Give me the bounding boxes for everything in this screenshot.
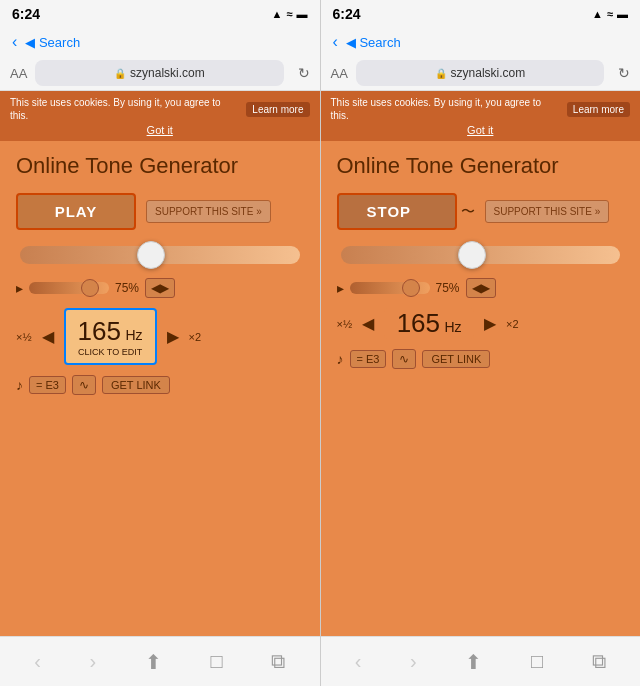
battery-icon: ▬ [297,8,308,20]
wave-btn-left[interactable]: ∿ [72,375,96,395]
url-text-left: szynalski.com [130,66,205,80]
search-label-right[interactable]: ◀ Search [346,35,401,50]
forward-nav-btn-left[interactable]: › [80,644,107,679]
get-link-btn-right[interactable]: GET LINK [422,350,490,368]
url-bar-left[interactable]: 🔒 szynalski.com [35,60,283,86]
stop-wave-icon: 〜 [461,203,475,221]
lock-icon-left: 🔒 [114,68,126,79]
half-label-right: ×½ [337,318,353,330]
tabs-btn-left[interactable]: ⧉ [261,644,295,679]
cookie-text-right: This site uses cookies. By using it, you… [331,96,561,122]
bookmarks-btn-left[interactable]: □ [200,644,232,679]
stop-button[interactable]: STOP [337,193,457,230]
vol-low-icon-left: ▸ [16,280,23,296]
got-it-btn-right[interactable]: Got it [331,124,631,136]
back-icon[interactable]: ‹ [12,33,17,51]
got-it-btn-left[interactable]: Got it [10,124,310,136]
back-icon-right[interactable]: ‹ [333,33,338,51]
freq-up-btn-left[interactable]: ▶ [165,325,181,348]
status-icons-right: ▲ ≈ ▬ [592,8,628,20]
cookie-banner-left: This site uses cookies. By using it, you… [0,91,320,141]
freq-value-right: 165 [397,308,440,338]
tabs-btn-right[interactable]: ⧉ [582,644,616,679]
back-nav-btn-right[interactable]: ‹ [345,644,372,679]
reload-icon-right[interactable]: ↻ [618,65,630,81]
learn-more-btn-right[interactable]: Learn more [567,102,630,117]
x2-label-left: ×2 [189,331,202,343]
status-bar-left: 6:24 ▲ ≈ ▬ [0,0,320,28]
play-button[interactable]: PLAY [16,193,136,230]
wifi-icon: ≈ [286,8,292,20]
aa-label-left[interactable]: AA [10,66,27,81]
right-panel: 6:24 ▲ ≈ ▬ ‹ ◀ Search AA 🔒 szynalski.com… [321,0,641,686]
vol-thumb-left [81,279,99,297]
note-row-right: ♪ = E3 ∿ GET LINK [337,349,625,369]
status-icons-left: ▲ ≈ ▬ [272,8,308,20]
support-btn-right[interactable]: SUPPORT THIS SITE » [485,200,610,223]
forward-nav-btn-right[interactable]: › [400,644,427,679]
url-text-right: szynalski.com [451,66,526,80]
freq-display-left[interactable]: 165 Hz CLICK TO EDIT [64,308,157,365]
bookmarks-btn-right[interactable]: □ [521,644,553,679]
cookie-content-right: This site uses cookies. By using it, you… [331,96,631,136]
click-to-edit-label: CLICK TO EDIT [78,347,143,357]
note-row-left: ♪ = E3 ∿ GET LINK [16,375,304,395]
freq-unit-left: Hz [125,327,142,343]
battery-icon-right: ▬ [617,8,628,20]
browser-address-right: AA 🔒 szynalski.com ↻ [321,56,641,90]
vol-slider-right[interactable] [350,282,430,294]
time-right: 6:24 [333,6,361,22]
freq-slider-right[interactable] [337,246,625,264]
search-label-left[interactable]: ◀ Search [25,35,80,50]
learn-more-btn-left[interactable]: Learn more [246,102,309,117]
cookie-text-left: This site uses cookies. By using it, you… [10,96,240,122]
note-icon-right: ♪ [337,351,344,367]
freq-down-btn-left[interactable]: ◀ [40,325,56,348]
vol-pct-left: 75% [115,281,139,295]
browser-chrome-right: ‹ ◀ Search AA 🔒 szynalski.com ↻ [321,28,641,91]
aa-label-right[interactable]: AA [331,66,348,81]
slider-track-left [20,246,300,264]
freq-unit-right: Hz [444,319,461,335]
get-link-btn-left[interactable]: GET LINK [102,376,170,394]
freq-display-right[interactable]: 165 Hz [384,308,474,339]
left-panel: 6:24 ▲ ≈ ▬ ‹ ◀ Search AA 🔒 szynalski.com… [0,0,320,686]
vol-low-icon-right: ▸ [337,280,344,296]
note-select-right[interactable]: = E3 [350,350,387,368]
volume-row-left: ▸ 75% ◀▶ [16,278,304,298]
wave-btn-right[interactable]: ∿ [392,349,416,369]
bottom-nav-left: ‹ › ⬆ □ ⧉ [0,636,320,686]
half-label-left: ×½ [16,331,32,343]
speaker-btn-left[interactable]: ◀▶ [145,278,175,298]
freq-slider-left[interactable] [16,246,304,264]
page-title-right: Online Tone Generator [337,153,625,179]
support-btn-left[interactable]: SUPPORT THIS SITE » [146,200,271,223]
cookie-banner-right: This site uses cookies. By using it, you… [321,91,641,141]
time-left: 6:24 [12,6,40,22]
freq-row-right: ×½ ◀ 165 Hz ▶ ×2 [337,308,625,339]
share-btn-right[interactable]: ⬆ [455,644,492,680]
url-bar-right[interactable]: 🔒 szynalski.com [356,60,604,86]
note-select-left[interactable]: = E3 [29,376,66,394]
slider-thumb-left[interactable] [137,241,165,269]
back-nav-btn-left[interactable]: ‹ [24,644,51,679]
note-icon-left: ♪ [16,377,23,393]
btn-row-right: STOP 〜 SUPPORT THIS SITE » [337,193,625,230]
speaker-btn-right[interactable]: ◀▶ [466,278,496,298]
reload-icon-left[interactable]: ↻ [298,65,310,81]
freq-value-left: 165 [78,316,121,346]
freq-up-btn-right[interactable]: ▶ [482,312,498,335]
freq-row-left: ×½ ◀ 165 Hz CLICK TO EDIT ▶ ×2 [16,308,304,365]
slider-thumb-right[interactable] [458,241,486,269]
browser-chrome-left: ‹ ◀ Search AA 🔒 szynalski.com ↻ [0,28,320,91]
vol-slider-left[interactable] [29,282,109,294]
signal-icon: ▲ [272,8,283,20]
share-btn-left[interactable]: ⬆ [135,644,172,680]
wifi-icon-right: ≈ [607,8,613,20]
slider-track-right [341,246,621,264]
main-content-right: Online Tone Generator STOP 〜 SUPPORT THI… [321,141,641,636]
freq-down-btn-right[interactable]: ◀ [360,312,376,335]
lock-icon-right: 🔒 [435,68,447,79]
x2-label-right: ×2 [506,318,519,330]
cookie-content-left: This site uses cookies. By using it, you… [10,96,310,136]
